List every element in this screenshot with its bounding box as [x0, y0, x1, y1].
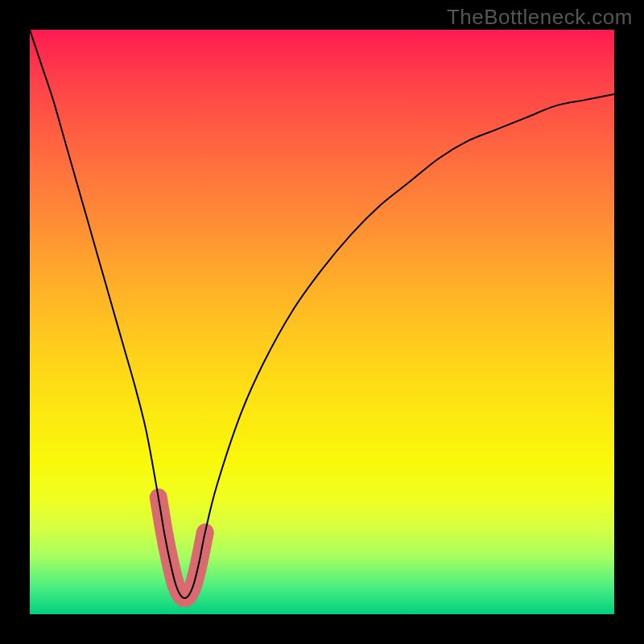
bottleneck-curve — [30, 30, 614, 598]
plot-area — [30, 30, 614, 614]
chart-svg — [30, 30, 614, 614]
watermark-text: TheBottleneck.com — [447, 5, 633, 30]
curve-highlight — [159, 497, 205, 598]
